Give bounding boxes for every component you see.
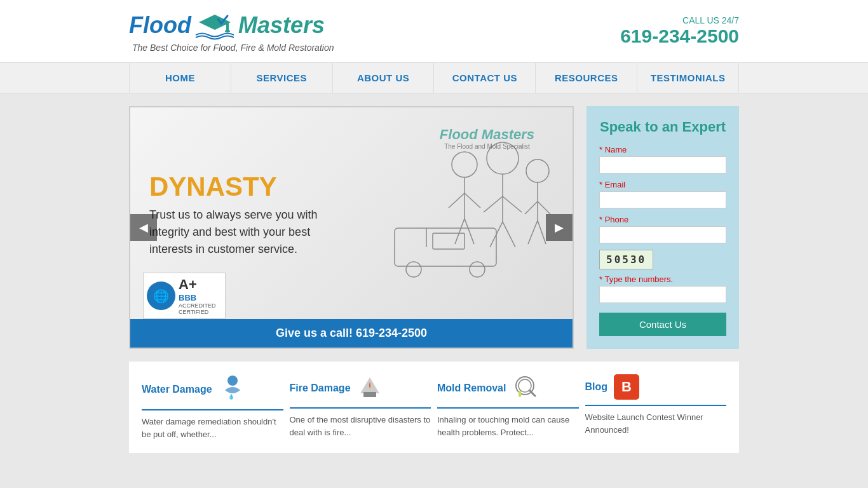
svg-line-8 bbox=[503, 222, 515, 247]
bbb-name: BBB bbox=[179, 293, 216, 302]
svg-line-5 bbox=[484, 196, 503, 212]
svg-point-2 bbox=[225, 30, 230, 32]
fire-damage-icon bbox=[357, 374, 383, 402]
water-damage-title[interactable]: Water Damage bbox=[142, 384, 212, 395]
phone-label: * Phone bbox=[599, 215, 726, 224]
svg-line-18 bbox=[538, 201, 550, 214]
contact-us-button[interactable]: Contact Us bbox=[599, 313, 726, 336]
slider-prev-button[interactable]: ◀ bbox=[130, 214, 157, 241]
call-number: 619-234-2500 bbox=[620, 25, 739, 47]
slide-content: DYNASTY Trust us to always serve you wit… bbox=[130, 154, 346, 277]
mold-removal-text: Inhaling or touching mold can cause heal… bbox=[437, 414, 579, 438]
nav-services[interactable]: SERVICES bbox=[231, 63, 333, 93]
svg-rect-1 bbox=[226, 22, 229, 31]
fire-damage-text: One of the most disruptive disasters to … bbox=[290, 414, 431, 438]
bbb-text: A+ BBB ACCREDITEDCERTIFIED bbox=[179, 276, 216, 315]
slide-logo-text: Flood Masters bbox=[440, 126, 534, 143]
call-area: CALL US 24/7 619-234-2500 bbox=[620, 15, 739, 47]
mold-removal-header: Mold Removal bbox=[437, 374, 579, 402]
svg-point-26 bbox=[227, 376, 238, 386]
name-input[interactable] bbox=[599, 156, 726, 173]
captcha-input[interactable] bbox=[599, 286, 726, 303]
logo-tagline: The Best Choice for Flood, Fire & Mold R… bbox=[132, 43, 334, 53]
email-label: * Email bbox=[599, 180, 726, 189]
mold-removal-title[interactable]: Mold Removal bbox=[437, 383, 506, 394]
svg-rect-25 bbox=[433, 233, 465, 249]
blog-divider bbox=[585, 405, 727, 406]
mold-removal-icon bbox=[512, 374, 538, 402]
slider-container: Flood Masters The Flood and Mold Special… bbox=[129, 106, 574, 349]
svg-line-17 bbox=[525, 201, 538, 214]
mold-removal-item: Mold Removal Inhaling or touching mold c… bbox=[437, 374, 579, 440]
call-label: CALL US 24/7 bbox=[620, 15, 739, 25]
bbb-certified: ACCREDITEDCERTIFIED bbox=[179, 302, 216, 315]
bottom-section: Water Damage 💧 Water damage remediation … bbox=[129, 362, 739, 453]
captcha-group: 50530 * Type the numbers. bbox=[599, 250, 726, 303]
fire-damage-divider bbox=[290, 407, 431, 409]
svg-text:💧: 💧 bbox=[228, 393, 234, 400]
svg-rect-33 bbox=[519, 391, 521, 397]
nav-resources[interactable]: RESOURCES bbox=[536, 63, 637, 93]
logo-area: Flood Masters The Best bbox=[129, 10, 334, 53]
slide-title: DYNASTY bbox=[149, 173, 327, 200]
nav-about[interactable]: ABOUT US bbox=[333, 63, 435, 93]
svg-line-19 bbox=[528, 220, 538, 244]
bbb-badge: 🌐 A+ BBB ACCREDITEDCERTIFIED bbox=[143, 273, 226, 319]
email-input[interactable] bbox=[599, 191, 726, 208]
svg-line-20 bbox=[538, 220, 546, 244]
svg-line-12 bbox=[465, 193, 480, 208]
svg-point-22 bbox=[406, 262, 421, 277]
svg-line-32 bbox=[530, 391, 535, 396]
blog-icon: B bbox=[614, 374, 639, 400]
slider-next-button[interactable]: ▶ bbox=[546, 214, 573, 241]
svg-point-9 bbox=[452, 152, 477, 177]
nav-testimonials[interactable]: TESTIMONIALS bbox=[637, 63, 739, 93]
water-damage-text: Water damage remediation shouldn't be pu… bbox=[142, 416, 283, 440]
captcha-label: * Type the numbers. bbox=[599, 274, 726, 284]
nav-contact[interactable]: CONTACT US bbox=[434, 63, 536, 93]
water-damage-header: Water Damage 💧 bbox=[142, 374, 283, 404]
fire-damage-item: Fire Damage One of the most disruptive d… bbox=[290, 374, 431, 440]
svg-line-14 bbox=[465, 219, 474, 244]
fire-damage-title[interactable]: Fire Damage bbox=[290, 383, 351, 394]
water-damage-icon: 💧 bbox=[219, 374, 247, 404]
slide-bottom-bar: Give us a call! 619-234-2500 bbox=[130, 319, 573, 348]
phone-input[interactable] bbox=[599, 226, 726, 243]
bbb-globe-icon: 🌐 bbox=[147, 281, 175, 310]
captcha-image: 50530 bbox=[599, 250, 653, 269]
svg-rect-29 bbox=[363, 392, 376, 397]
blog-item: Blog B Website Launch Contest Winner Ann… bbox=[585, 374, 727, 440]
svg-line-6 bbox=[503, 196, 522, 212]
fire-damage-header: Fire Damage bbox=[290, 374, 431, 402]
email-form-group: * Email bbox=[599, 180, 726, 208]
nav-bar: HOME SERVICES ABOUT US CONTACT US RESOUR… bbox=[0, 62, 868, 93]
contact-form-sidebar: Speak to an Expert * Name * Email * Phon… bbox=[587, 106, 739, 349]
blogger-icon: B bbox=[614, 374, 639, 400]
logo-flood: Flood bbox=[129, 12, 191, 39]
svg-line-11 bbox=[449, 193, 465, 208]
water-damage-item: Water Damage 💧 Water damage remediation … bbox=[142, 374, 283, 440]
svg-rect-21 bbox=[395, 228, 496, 266]
logo-masters: Masters bbox=[238, 12, 325, 39]
svg-line-13 bbox=[455, 219, 465, 244]
phone-form-group: * Phone bbox=[599, 215, 726, 243]
svg-point-23 bbox=[470, 262, 485, 277]
svg-point-15 bbox=[526, 159, 549, 182]
blog-title[interactable]: Blog bbox=[585, 381, 608, 393]
blog-header: Blog B bbox=[585, 374, 727, 400]
name-form-group: * Name bbox=[599, 145, 726, 173]
water-damage-divider bbox=[142, 409, 283, 410]
mold-removal-divider bbox=[437, 407, 579, 409]
blog-text: Website Launch Contest Winner Announced! bbox=[585, 411, 727, 436]
logo-icon bbox=[193, 10, 237, 41]
bbb-rating: A+ bbox=[179, 276, 216, 293]
slide-logo-overlay: Flood Masters The Flood and Mold Special… bbox=[440, 126, 534, 150]
nav-home[interactable]: HOME bbox=[129, 63, 231, 93]
name-label: * Name bbox=[599, 145, 726, 154]
form-title: Speak to an Expert bbox=[599, 119, 726, 135]
slide-sub: Trust us to always serve you with integr… bbox=[149, 207, 327, 258]
